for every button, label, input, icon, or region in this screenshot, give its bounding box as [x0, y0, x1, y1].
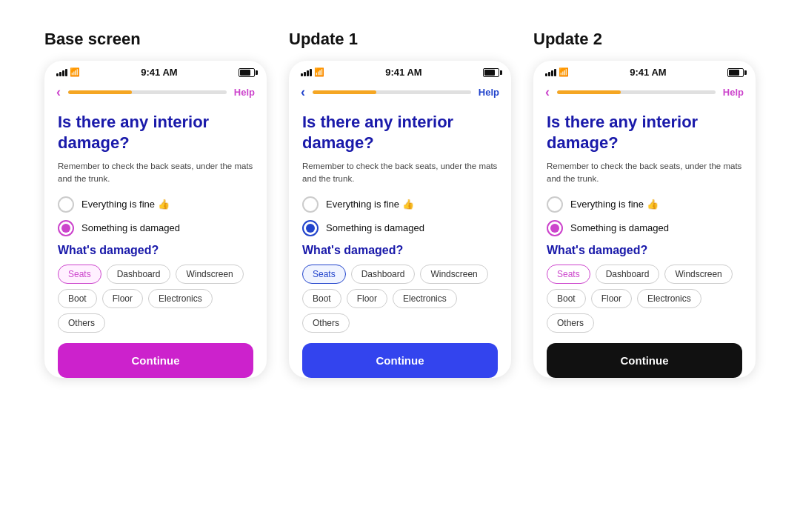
- chip-windscreen[interactable]: Windscreen: [420, 265, 487, 284]
- chip-floor[interactable]: Floor: [591, 289, 632, 308]
- status-bar: 📶 9:41 AM: [44, 61, 267, 81]
- signal-bars-icon: [301, 69, 312, 76]
- page-container: Base screen 📶 9:41 AM: [0, 0, 800, 532]
- chip-seats[interactable]: Seats: [58, 265, 101, 284]
- chip-boot[interactable]: Boot: [547, 289, 586, 308]
- whats-damaged-title: What's damaged?: [547, 244, 742, 257]
- chips-row: SeatsDashboardWindscreen: [302, 265, 498, 284]
- screen-col-update2: Update 2 📶 9:41 AM: [533, 30, 756, 378]
- chip-others[interactable]: Others: [547, 313, 594, 333]
- screen-label-update1: Update 1: [289, 30, 358, 49]
- radio-circle-1: [302, 220, 319, 236]
- chip-dashboard[interactable]: Dashboard: [107, 265, 171, 284]
- progress-bar-track: [68, 90, 227, 94]
- chips-row: BootFloorElectronics: [547, 289, 742, 308]
- chip-boot[interactable]: Boot: [302, 289, 341, 308]
- screen-col-update1: Update 1 📶 9:41 AM: [289, 30, 511, 378]
- back-button[interactable]: ‹: [56, 85, 61, 99]
- chip-dashboard[interactable]: Dashboard: [351, 265, 416, 284]
- wifi-icon: 📶: [314, 67, 324, 77]
- chip-electronics[interactable]: Electronics: [393, 289, 457, 308]
- battery-icon: [483, 68, 499, 77]
- chip-others[interactable]: Others: [58, 313, 105, 333]
- progress-area: ‹ Help: [533, 81, 756, 104]
- radio-label-1: Something is damaged: [326, 222, 424, 233]
- radio-circle-0: [302, 196, 319, 213]
- progress-bar-track: [557, 90, 716, 94]
- status-right: [483, 68, 499, 77]
- status-left: 📶: [545, 67, 569, 77]
- radio-circle-0: [547, 196, 563, 213]
- chips-row: Others: [302, 313, 498, 333]
- question-title: Is there any interior damage?: [58, 112, 253, 153]
- chip-boot[interactable]: Boot: [58, 289, 97, 308]
- radio-label-1: Something is damaged: [81, 222, 180, 233]
- help-button[interactable]: Help: [723, 87, 744, 98]
- phone-frame-base: 📶 9:41 AM ‹ Help Is there any inte: [44, 61, 267, 378]
- phone-content: Is there any interior damage? Remember t…: [289, 104, 511, 378]
- chip-windscreen[interactable]: Windscreen: [664, 265, 732, 284]
- phone-frame-update1: 📶 9:41 AM ‹ Help Is there any inte: [289, 61, 511, 378]
- radio-option-0[interactable]: Everything is fine 👍: [58, 196, 253, 213]
- progress-area: ‹ Help: [44, 81, 267, 104]
- chips-row: BootFloorElectronics: [302, 289, 498, 308]
- help-button[interactable]: Help: [234, 87, 255, 98]
- radio-option-1[interactable]: Something is damaged: [58, 220, 253, 236]
- chips-row: Others: [547, 313, 742, 333]
- signal-bars-icon: [545, 69, 556, 76]
- radio-label-0: Everything is fine 👍: [81, 199, 170, 210]
- back-button[interactable]: ‹: [301, 85, 305, 99]
- chip-floor[interactable]: Floor: [347, 289, 387, 308]
- screen-label-update2: Update 2: [533, 30, 602, 49]
- continue-button[interactable]: Continue: [547, 343, 742, 378]
- wifi-icon: 📶: [70, 67, 80, 77]
- continue-button[interactable]: Continue: [58, 343, 253, 378]
- progress-bar-fill: [313, 90, 376, 94]
- screen-col-base: Base screen 📶 9:41 AM: [44, 30, 267, 378]
- phone-content: Is there any interior damage? Remember t…: [533, 104, 756, 378]
- status-right: [727, 68, 744, 77]
- radio-label-1: Something is damaged: [570, 222, 669, 233]
- screens-row: Base screen 📶 9:41 AM: [44, 30, 756, 378]
- continue-button[interactable]: Continue: [302, 343, 498, 378]
- chip-seats[interactable]: Seats: [547, 265, 590, 284]
- chip-electronics[interactable]: Electronics: [148, 289, 213, 308]
- chips-row: Others: [58, 313, 253, 333]
- status-bar: 📶 9:41 AM: [533, 61, 756, 81]
- radio-option-0[interactable]: Everything is fine 👍: [547, 196, 742, 213]
- progress-bar-fill: [68, 90, 132, 94]
- progress-bar-track: [313, 90, 471, 94]
- back-button[interactable]: ‹: [545, 85, 550, 99]
- whats-damaged-title: What's damaged?: [302, 244, 498, 257]
- battery-icon: [727, 68, 744, 77]
- phone-frame-update2: 📶 9:41 AM ‹ Help Is there any inte: [533, 61, 756, 378]
- chip-seats[interactable]: Seats: [302, 265, 346, 284]
- chip-windscreen[interactable]: Windscreen: [176, 265, 243, 284]
- radio-option-0[interactable]: Everything is fine 👍: [302, 196, 498, 213]
- help-button[interactable]: Help: [479, 87, 499, 98]
- radio-option-1[interactable]: Something is damaged: [547, 220, 742, 236]
- radio-circle-0: [58, 196, 74, 213]
- radio-option-1[interactable]: Something is damaged: [302, 220, 498, 236]
- chip-others[interactable]: Others: [302, 313, 350, 333]
- status-time: 9:41 AM: [630, 67, 666, 78]
- status-left: 📶: [301, 67, 324, 77]
- progress-area: ‹ Help: [289, 81, 511, 104]
- chip-electronics[interactable]: Electronics: [637, 289, 701, 308]
- status-bar: 📶 9:41 AM: [289, 61, 511, 81]
- chip-floor[interactable]: Floor: [102, 289, 143, 308]
- wifi-icon: 📶: [559, 67, 569, 77]
- question-desc: Remember to check the back seats, under …: [547, 160, 742, 186]
- battery-icon: [239, 68, 255, 77]
- signal-bars-icon: [56, 69, 67, 76]
- progress-bar-fill: [557, 90, 621, 94]
- question-title: Is there any interior damage?: [547, 112, 742, 153]
- chip-dashboard[interactable]: Dashboard: [596, 265, 660, 284]
- chips-row: SeatsDashboardWindscreen: [58, 265, 253, 284]
- question-title: Is there any interior damage?: [302, 112, 498, 153]
- status-left: 📶: [56, 67, 80, 77]
- radio-circle-1: [58, 220, 74, 236]
- radio-label-0: Everything is fine 👍: [570, 199, 659, 210]
- radio-label-0: Everything is fine 👍: [326, 199, 414, 210]
- chips-row: BootFloorElectronics: [58, 289, 253, 308]
